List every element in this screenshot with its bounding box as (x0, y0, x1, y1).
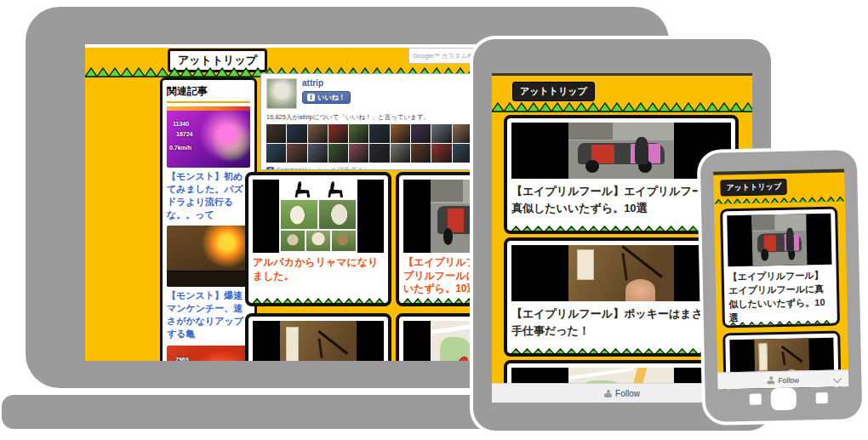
article-card[interactable]: 【エイプリルフール】エイプリルフールに真似したいいたずら。10選 (720, 207, 840, 329)
facebook-like-button[interactable]: f いいね！ (302, 91, 351, 104)
fan-avatar[interactable] (349, 144, 368, 163)
article-thumbnail[interactable] (253, 321, 384, 361)
fan-avatar[interactable] (308, 144, 328, 163)
facebook-like-box: attrip f いいね！ 16,825人がattripについて「いいね！」と言… (260, 73, 478, 170)
fan-avatar[interactable] (287, 144, 306, 163)
fan-avatar[interactable] (369, 124, 389, 143)
fan-avatar[interactable] (266, 124, 286, 143)
sidebar-item-link[interactable]: 【モンスト】初めてみました。パズドラより流行るな。。って (167, 170, 250, 220)
article-thumbnail[interactable] (727, 214, 831, 267)
person-icon (767, 376, 774, 384)
zigzag-border (492, 101, 752, 112)
chevron-down-icon[interactable] (833, 374, 842, 383)
facebook-logo-icon: f (266, 167, 274, 171)
phone-screen: アットトリップ 【エイプリルフール】エイプリルフールに真似したいいたずら。10選 (713, 169, 848, 389)
article-thumbnail[interactable] (511, 245, 731, 301)
facebook-avatar-grid (266, 124, 472, 163)
fan-avatar[interactable] (328, 124, 348, 143)
phone-frame: アットトリップ 【エイプリルフール】エイプリルフールに真似したいいたずら。10選 (700, 150, 863, 422)
alpaca-silhouette (293, 181, 311, 197)
stat-value: 16724 (176, 131, 192, 137)
fan-avatar[interactable] (308, 124, 328, 143)
facebook-footer: f Facebookソーシャルプラグイン (266, 166, 472, 170)
follow-label: Follow (615, 389, 640, 398)
zigzag-border (714, 192, 845, 203)
article-title[interactable]: 【エイプリルフール】エイプリルフールに真似したいいたずら。10選 (511, 183, 731, 216)
stat-value: 11340 (173, 121, 189, 127)
fan-avatar[interactable] (369, 144, 389, 163)
phone-back-button[interactable] (750, 394, 762, 405)
fan-avatar[interactable] (431, 144, 451, 163)
follow-label: Follow (778, 375, 799, 385)
facebook-logo-icon: f (307, 94, 315, 101)
sidebar-thumbnail-monst-3[interactable]: 7969 9350 4.5km/h (167, 346, 250, 361)
zigzag-border (728, 316, 834, 326)
fan-avatar[interactable] (287, 124, 306, 143)
sidebar-item-link[interactable]: 【モンスト】爆速マンケンチー、速さがかなりアップする亀 (167, 289, 250, 340)
article-card[interactable]: アルパカからリャマになりました。 (245, 172, 391, 306)
article-title[interactable]: 【エイプリルフール】ポッキーはまさかの手仕事だった！ (511, 306, 731, 339)
sidebar-title: 関連記事 (167, 84, 250, 103)
site-logo[interactable]: アットトリップ (512, 82, 595, 101)
fan-avatar[interactable] (266, 144, 286, 163)
fan-avatar[interactable] (391, 144, 410, 163)
facebook-page-name[interactable]: attrip (302, 78, 351, 88)
article-thumbnail[interactable] (511, 123, 731, 179)
facebook-page-avatar[interactable] (266, 78, 297, 109)
fan-avatar[interactable] (391, 124, 410, 143)
person-icon (604, 390, 612, 397)
phone-home-button[interactable] (771, 388, 797, 411)
fan-avatar[interactable] (411, 144, 431, 163)
stat-value: 0.7km/h (169, 145, 191, 151)
like-button-label: いいね！ (317, 93, 345, 102)
fan-avatar[interactable] (453, 144, 472, 163)
sidebar-thumbnail-monst-2[interactable] (167, 226, 250, 287)
zigzag-border (252, 294, 385, 303)
stat-value: 7969 (175, 357, 189, 361)
fan-avatar[interactable] (349, 124, 368, 143)
alpaca-silhouette (325, 181, 344, 197)
article-thumbnail[interactable] (253, 180, 384, 253)
zigzag-border (511, 222, 732, 231)
related-articles-sidebar: 関連記事 11340 16724 0.7km/h 【モンスト】初めてみました。パ… (160, 77, 257, 361)
fan-avatar[interactable] (411, 124, 431, 143)
article-card[interactable] (245, 313, 391, 361)
fan-avatar[interactable] (431, 124, 451, 143)
phone-menu-button[interactable] (816, 392, 828, 403)
fan-avatar[interactable] (453, 124, 472, 143)
fan-avatar[interactable] (328, 144, 348, 163)
zigzag-border (511, 345, 732, 353)
sidebar-thumbnail-monst-1[interactable]: 11340 16724 0.7km/h (167, 106, 250, 168)
article-title[interactable]: アルパカからリャマになりました。 (253, 256, 384, 283)
facebook-footer-label: Facebookソーシャルプラグイン (277, 166, 370, 170)
facebook-caption: 16,825人がattripについて「いいね！」と言っています。 (266, 113, 472, 122)
follow-bar[interactable]: Follow (717, 369, 848, 389)
